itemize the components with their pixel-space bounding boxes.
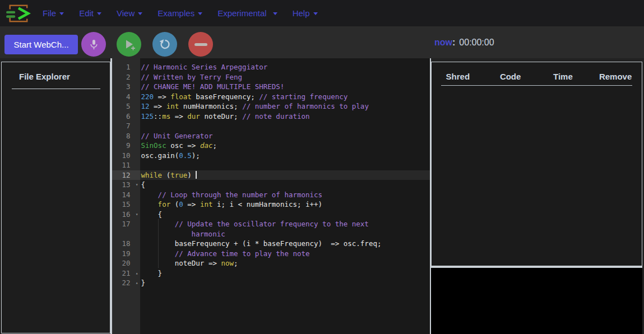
chevron-down-icon bbox=[97, 12, 101, 15]
fold-up-icon[interactable]: ▴ bbox=[136, 268, 138, 279]
code-line[interactable]: 8// Unit Generator bbox=[112, 131, 430, 141]
menu-item-file[interactable]: File bbox=[43, 8, 64, 18]
code-line[interactable]: 16▾ { bbox=[112, 210, 430, 220]
line-number: 8 bbox=[112, 131, 140, 141]
line-number: 7 bbox=[112, 121, 140, 131]
code-line[interactable]: 13▾{ bbox=[112, 180, 430, 190]
now-label: now bbox=[434, 38, 452, 47]
code-line[interactable]: 20 noteDur => now; bbox=[112, 258, 430, 268]
code-text: // Loop through the number of harmonics bbox=[140, 190, 430, 200]
play-button[interactable] bbox=[117, 32, 141, 57]
code-line[interactable]: 22▴} bbox=[112, 278, 430, 288]
code-text: // Advance time to play the note bbox=[140, 249, 430, 259]
menu-item-label: File bbox=[43, 8, 56, 18]
line-number: 4 bbox=[112, 92, 140, 102]
line-number: 18 bbox=[112, 239, 140, 249]
code-text bbox=[140, 121, 430, 131]
code-line[interactable]: 512 => int numHarmonics; // number of ha… bbox=[112, 101, 430, 112]
code-text: } bbox=[140, 278, 430, 288]
shred-column-code: Code bbox=[484, 72, 537, 81]
code-line[interactable]: 12while (true) bbox=[112, 170, 430, 180]
shred-table-divider bbox=[441, 85, 632, 86]
line-number: 22▴ bbox=[112, 278, 140, 288]
code-line[interactable]: 15 for (0 => int i; i < numHarmonics; i+… bbox=[112, 200, 430, 210]
fold-up-icon[interactable]: ▴ bbox=[136, 278, 138, 288]
right-column: ShredCodeTimeRemove bbox=[431, 58, 644, 334]
fold-down-icon[interactable]: ▾ bbox=[136, 180, 138, 190]
code-line[interactable]: 2// Written by Terry Feng bbox=[112, 72, 430, 82]
fold-down-icon[interactable]: ▾ bbox=[136, 210, 138, 220]
menu-item-view[interactable]: View bbox=[117, 8, 142, 18]
code-line[interactable]: 9SinOsc osc => dac; bbox=[112, 141, 430, 151]
code-line[interactable]: 18 baseFrequency + (i * baseFrequency) =… bbox=[112, 239, 430, 249]
line-number: 3 bbox=[112, 82, 140, 92]
line-number: 20 bbox=[112, 258, 140, 268]
menu-item-edit[interactable]: Edit bbox=[79, 8, 101, 18]
chevron-down-icon bbox=[198, 12, 202, 15]
chevron-down-icon bbox=[138, 12, 142, 15]
code-text: noteDur => now; bbox=[140, 258, 430, 268]
now-display: now:00:00:00 bbox=[434, 38, 494, 48]
code-editor[interactable]: 1// Harmonic Series Arpeggiator2// Writt… bbox=[112, 58, 430, 334]
file-explorer-title: File Explorer bbox=[19, 72, 110, 81]
mic-button[interactable] bbox=[81, 32, 106, 57]
code-line[interactable]: 10osc.gain(0.5); bbox=[112, 151, 430, 161]
line-number: 10 bbox=[112, 151, 140, 161]
line-number: 2 bbox=[112, 72, 140, 82]
chevron-down-icon bbox=[59, 12, 64, 15]
line-number: 13▾ bbox=[112, 180, 140, 190]
line-number: 11 bbox=[112, 160, 140, 170]
menu-item-label: View bbox=[117, 8, 135, 18]
code-text bbox=[140, 160, 430, 170]
line-number: 15 bbox=[112, 200, 140, 210]
chuck-logo-icon bbox=[4, 2, 31, 25]
code-line-wrap[interactable]: harmonic bbox=[112, 229, 430, 239]
line-number: 12 bbox=[112, 170, 140, 180]
code-text: baseFrequency + (i * baseFrequency) => o… bbox=[140, 239, 430, 249]
menu-item-examples[interactable]: Examples bbox=[157, 8, 202, 18]
shred-column-remove: Remove bbox=[589, 72, 642, 81]
mic-icon bbox=[87, 38, 100, 51]
code-text: // CHANGE ME! ADD MULTIPLE SHREDS! bbox=[140, 82, 430, 92]
menu-item-help[interactable]: Help bbox=[293, 8, 318, 18]
code-text: 12 => int numHarmonics; // number of har… bbox=[140, 101, 430, 112]
shred-table-header: ShredCodeTimeRemove bbox=[432, 62, 642, 81]
menu-item-label: Experimental bbox=[217, 8, 267, 18]
remove-minus-icon bbox=[194, 43, 207, 46]
remove-button[interactable] bbox=[188, 32, 213, 57]
code-text: harmonic bbox=[140, 229, 430, 239]
text-cursor bbox=[196, 171, 197, 179]
code-line[interactable]: 3// CHANGE ME! ADD MULTIPLE SHREDS! bbox=[112, 82, 430, 92]
code-line[interactable]: 21▴ } bbox=[112, 268, 430, 279]
code-text: 220 => float baseFrequency; // starting … bbox=[140, 92, 430, 102]
menu-item-experimental[interactable]: Experimental bbox=[217, 8, 277, 18]
code-line[interactable]: 4220 => float baseFrequency; // starting… bbox=[112, 92, 430, 102]
code-line[interactable]: 14 // Loop through the number of harmoni… bbox=[112, 190, 430, 200]
code-text: { bbox=[140, 210, 430, 220]
code-line[interactable]: 7 bbox=[112, 121, 430, 131]
line-number: 17 bbox=[112, 219, 140, 229]
line-number: 21▴ bbox=[112, 268, 140, 279]
code-text: // Harmonic Series Arpeggiator bbox=[140, 62, 430, 72]
line-number: 16▾ bbox=[112, 210, 140, 220]
shred-column-time: Time bbox=[537, 72, 590, 81]
code-text: 125::ms => dur noteDur; // note duration bbox=[140, 112, 430, 122]
file-explorer-panel: File Explorer bbox=[1, 62, 110, 333]
line-number: 19 bbox=[112, 249, 140, 259]
code-line[interactable]: 6125::ms => dur noteDur; // note duratio… bbox=[112, 112, 430, 122]
code-line[interactable]: 19 // Advance time to play the note bbox=[112, 249, 430, 259]
code-line[interactable]: 11 bbox=[112, 160, 430, 170]
line-number: 6 bbox=[112, 112, 140, 122]
menu-bar: FileEditViewExamplesExperimentalHelp bbox=[0, 0, 644, 26]
code-line[interactable]: 1// Harmonic Series Arpeggiator bbox=[112, 62, 430, 72]
code-text: for (0 => int i; i < numHarmonics; i++) bbox=[140, 200, 430, 210]
start-webchuck-button[interactable]: Start WebCh... bbox=[4, 35, 78, 54]
code-text: osc.gain(0.5); bbox=[140, 151, 430, 161]
code-line[interactable]: 17 // Update the oscillator frequency to… bbox=[112, 219, 430, 229]
chevron-down-icon bbox=[273, 12, 277, 15]
shred-column-shred: Shred bbox=[432, 72, 484, 81]
menu-item-label: Edit bbox=[79, 8, 94, 18]
chevron-down-icon bbox=[313, 12, 318, 15]
visualizer-canvas bbox=[431, 268, 642, 334]
replay-button[interactable] bbox=[152, 32, 177, 57]
